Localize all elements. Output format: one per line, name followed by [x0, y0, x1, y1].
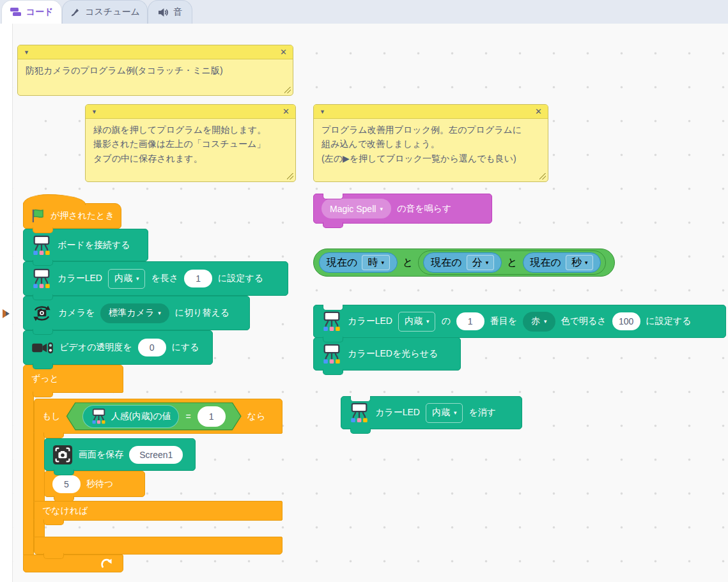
block-label: の — [441, 316, 450, 327]
sound-dropdown[interactable]: Magic Spell ▾ — [321, 199, 391, 218]
block-when-flag-clicked[interactable]: が押されたとき — [23, 203, 121, 229]
led-target-dropdown[interactable]: 内蔵 ▾ — [426, 403, 463, 423]
block-if-arm[interactable] — [34, 433, 45, 502]
block-label: にする — [172, 342, 199, 353]
block-play-sound[interactable]: Magic Spell ▾ の音を鳴らす — [313, 194, 492, 224]
block-editor-stage: コード コスチューム 音 ▼ ✕ 防犯カメラのプログラム例(タコラッチ・ミニ版)… — [0, 0, 728, 582]
block-if-header[interactable]: もし 人感(内蔵)の値 = 1 なら — [34, 399, 283, 434]
collapse-icon[interactable]: ▼ — [24, 49, 29, 56]
block-label: もし — [42, 411, 61, 422]
reporter-label: 現在の — [431, 256, 461, 270]
led-target-dropdown[interactable]: 内蔵 ▾ — [398, 312, 436, 332]
tab-costume-label: コスチューム — [85, 6, 140, 18]
chevron-down-icon: ▾ — [486, 259, 489, 266]
reporter-current-second[interactable]: 現在の 秒 ▾ — [523, 252, 601, 273]
comment-text[interactable]: プログラム改善用ブロック例。左のプログラムに 組み込んで改善しましょう。 (左の… — [314, 119, 548, 169]
chevron-down-icon: ▾ — [381, 259, 384, 266]
tab-code-label: コード — [26, 6, 54, 18]
block-label: でなければ — [42, 505, 88, 517]
wait-seconds-input[interactable]: 5 — [52, 475, 81, 493]
led-target-dropdown[interactable]: 内蔵 ▾ — [108, 269, 146, 289]
dropdown-value: 赤 — [531, 316, 540, 327]
dropdown-value: 内蔵 — [114, 273, 132, 284]
block-if-bottom[interactable] — [34, 537, 283, 555]
block-video-transparency[interactable]: ビデオの透明度を 0 にする — [23, 330, 213, 365]
chevron-down-icon: ▾ — [454, 410, 457, 416]
block-label: に設定する — [646, 316, 692, 327]
dropdown-value: 標準カメラ — [109, 307, 154, 319]
block-label: に設定する — [218, 273, 263, 284]
close-icon[interactable]: ✕ — [280, 47, 287, 57]
collapse-icon[interactable]: ▼ — [320, 109, 325, 115]
block-label: カラーLED — [348, 316, 392, 327]
comment-header: ▼ ✕ — [18, 45, 293, 59]
block-connect-board[interactable]: ボードを接続する — [23, 229, 148, 261]
block-led-off[interactable]: カラーLED 内蔵 ▾ を消す — [341, 396, 522, 429]
block-label: 色で明るさ — [561, 316, 607, 327]
block-save-screen[interactable]: 画面を保存 Screen1 — [44, 438, 196, 471]
chevron-down-icon: ▾ — [380, 206, 383, 212]
camera-dropdown[interactable]: 標準カメラ ▾ — [100, 303, 169, 323]
boolean-equals-body: 人感(内蔵)の値 = 1 — [67, 403, 240, 429]
equals-value-input[interactable]: 1 — [197, 406, 226, 427]
led-index-input[interactable]: 1 — [456, 312, 484, 330]
dropdown-value: 時 — [368, 256, 378, 270]
tab-costume[interactable]: コスチューム — [62, 0, 148, 24]
loop-arrow-icon — [100, 558, 112, 569]
reporter-motion-sensor[interactable]: 人感(内蔵)の値 — [82, 405, 180, 428]
screenshot-camera-icon — [52, 445, 73, 465]
led-color-dropdown[interactable]: 赤 ▾ — [523, 312, 555, 332]
close-icon[interactable]: ✕ — [283, 107, 290, 116]
block-led-setup[interactable]: カラーLED 内蔵 ▾ を長さ 1 に設定する — [23, 261, 288, 296]
block-label: を消す — [469, 407, 496, 418]
join-operator: と — [403, 256, 413, 270]
tab-code[interactable]: コード — [1, 0, 62, 24]
dropdown-value: 秒 — [571, 256, 582, 270]
led-brightness-input[interactable]: 100 — [612, 312, 640, 330]
reporter-current-hour[interactable]: 現在の 時 ▾ — [319, 252, 398, 273]
block-led-set-color[interactable]: カラーLED 内蔵 ▾ の 1 番目を 赤 ▾ 色で明るさ 100 に設定する — [313, 305, 726, 338]
block-else-bar[interactable]: でなければ — [34, 501, 283, 521]
reporter-current-minute[interactable]: 現在の 分 ▾ — [423, 252, 502, 273]
block-label: を長さ — [151, 273, 178, 284]
board-icon — [91, 408, 107, 425]
close-icon[interactable]: ✕ — [535, 107, 542, 116]
tab-bar: コード コスチューム 音 — [0, 0, 728, 24]
block-camera-switch[interactable]: カメラを 標準カメラ ▾ に切り替える — [23, 296, 250, 330]
video-camera-icon — [31, 341, 54, 355]
comment-instructions: ▼ ✕ 緑の旗を押してプログラムを開始します。 撮影された画像は左上の「コスチュ… — [85, 104, 296, 182]
block-label: ビデオの透明度を — [59, 342, 132, 353]
block-label: ボードを接続する — [58, 240, 130, 251]
chevron-down-icon: ▾ — [136, 275, 139, 282]
block-label: の音を鳴らす — [397, 203, 451, 215]
join-operator: と — [507, 256, 517, 270]
transparency-input[interactable]: 0 — [138, 339, 166, 356]
comment-text[interactable]: 防犯カメラのプログラム例(タコラッチ・ミニ版) — [18, 59, 293, 81]
comment-text[interactable]: 緑の旗を押してプログラムを開始します。 撮影された画像は左上の「コスチューム」 … — [86, 119, 295, 169]
palette-strip — [0, 24, 13, 582]
dropdown-value: 分 — [472, 256, 483, 270]
boolean-equals[interactable]: 人感(内蔵)の値 = 1 — [66, 402, 242, 431]
time-unit-dropdown[interactable]: 秒 ▾ — [566, 255, 594, 270]
dropdown-value: 内蔵 — [405, 316, 422, 327]
tab-sound[interactable]: 音 — [148, 0, 192, 24]
screen-name-input[interactable]: Screen1 — [129, 446, 183, 464]
board-icon — [31, 268, 52, 289]
speaker-icon — [158, 8, 169, 17]
time-unit-dropdown[interactable]: 時 ▾ — [362, 255, 390, 270]
dropdown-value: 内蔵 — [432, 407, 450, 418]
block-forever-arm[interactable] — [23, 392, 34, 555]
time-unit-dropdown[interactable]: 分 ▾ — [467, 255, 495, 270]
led-length-input[interactable]: 1 — [184, 270, 212, 287]
board-icon — [349, 402, 369, 424]
block-join-outer[interactable]: 現在の 時 ▾ と 現在の 分 ▾ と 現在の 秒 ▾ — [313, 249, 615, 277]
block-join-inner[interactable]: 現在の 分 ▾ と 現在の 秒 ▾ — [418, 250, 606, 275]
block-forever-bottom[interactable] — [23, 555, 123, 572]
block-label: に切り替える — [175, 307, 229, 319]
comment-header: ▼ ✕ — [314, 105, 548, 119]
comment-header: ▼ ✕ — [86, 105, 295, 119]
board-icon — [321, 310, 342, 332]
collapse-icon[interactable]: ▼ — [91, 109, 97, 115]
block-label: 番目を — [490, 316, 517, 327]
comment-improvement: ▼ ✕ プログラム改善用ブロック例。左のプログラムに 組み込んで改善しましょう。… — [313, 104, 548, 182]
